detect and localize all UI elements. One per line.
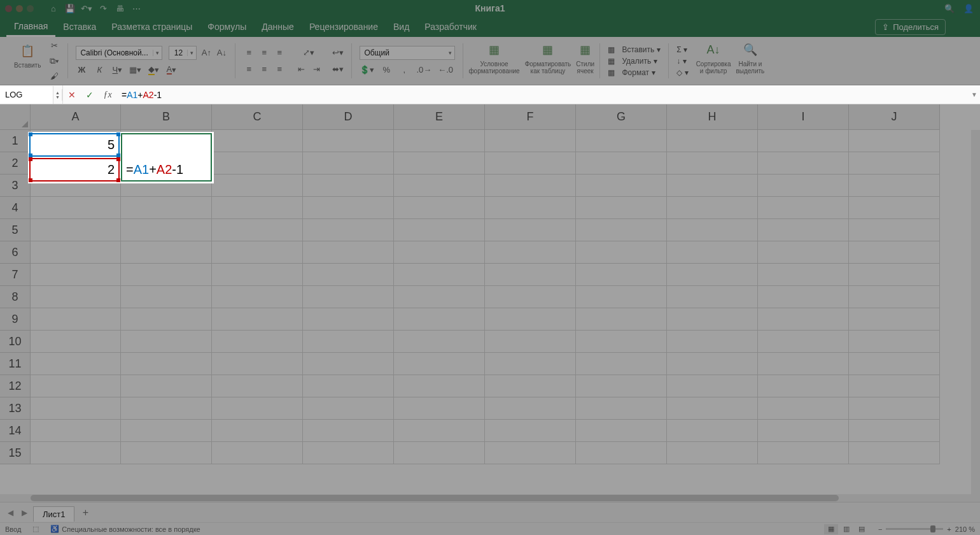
cell[interactable] bbox=[121, 397, 212, 420]
tab-formulas[interactable]: Формулы bbox=[200, 18, 254, 36]
format-as-table-button[interactable]: ▦ Форматироватькак таблицу bbox=[522, 39, 574, 80]
row-header-13[interactable]: 13 bbox=[0, 397, 31, 420]
align-center-button[interactable]: ≡ bbox=[258, 63, 270, 76]
tab-insert[interactable]: Вставка bbox=[55, 18, 104, 36]
align-left-button[interactable]: ≡ bbox=[243, 63, 255, 76]
cell[interactable] bbox=[576, 331, 667, 353]
cell-a2[interactable]: 2 bbox=[31, 159, 118, 180]
cell[interactable] bbox=[849, 442, 940, 464]
cell[interactable] bbox=[576, 420, 667, 442]
cell[interactable] bbox=[121, 197, 212, 219]
cell[interactable] bbox=[394, 375, 485, 397]
cell[interactable] bbox=[212, 442, 303, 464]
comma-button[interactable]: , bbox=[398, 64, 410, 76]
cell[interactable] bbox=[303, 331, 394, 353]
cell[interactable] bbox=[849, 308, 940, 331]
cell[interactable] bbox=[121, 241, 212, 264]
save-icon[interactable]: 💾 bbox=[66, 4, 74, 13]
cell[interactable] bbox=[303, 308, 394, 331]
cell[interactable] bbox=[576, 175, 667, 197]
cell[interactable] bbox=[303, 353, 394, 375]
cell[interactable] bbox=[667, 152, 758, 175]
cell[interactable] bbox=[758, 197, 849, 219]
cell[interactable] bbox=[31, 353, 121, 375]
cell[interactable] bbox=[849, 420, 940, 442]
confirm-button[interactable]: ✓ bbox=[81, 90, 99, 100]
fill-button[interactable]: ↓ ▾ bbox=[676, 57, 686, 66]
column-header-i[interactable]: I bbox=[758, 104, 849, 130]
cell[interactable] bbox=[667, 397, 758, 420]
share-button[interactable]: ⇪ Поделиться bbox=[875, 19, 946, 35]
cell[interactable] bbox=[849, 152, 940, 175]
cell[interactable] bbox=[212, 152, 303, 175]
cell[interactable] bbox=[667, 197, 758, 219]
tab-review[interactable]: Рецензирование bbox=[302, 18, 386, 36]
cell[interactable] bbox=[485, 420, 576, 442]
zoom-out-button[interactable]: − bbox=[878, 525, 882, 533]
cell[interactable] bbox=[121, 264, 212, 286]
cell[interactable] bbox=[394, 286, 485, 308]
name-box-spinner[interactable]: ▲▼ bbox=[53, 89, 62, 101]
paste-button[interactable]: 📋 Вставить bbox=[11, 41, 43, 82]
cell[interactable] bbox=[667, 130, 758, 152]
cell[interactable] bbox=[485, 241, 576, 264]
cell[interactable] bbox=[667, 308, 758, 331]
decrease-decimal-button[interactable]: ←.0 bbox=[438, 64, 453, 76]
close-window-button[interactable] bbox=[5, 5, 12, 12]
cell[interactable] bbox=[303, 152, 394, 175]
cell[interactable] bbox=[576, 353, 667, 375]
select-all-button[interactable] bbox=[0, 104, 31, 130]
cell[interactable] bbox=[667, 241, 758, 264]
cell[interactable] bbox=[394, 420, 485, 442]
cell[interactable] bbox=[849, 353, 940, 375]
cell[interactable] bbox=[849, 197, 940, 219]
tab-page-layout[interactable]: Разметка страницы bbox=[104, 18, 200, 36]
cell[interactable] bbox=[576, 264, 667, 286]
cell[interactable] bbox=[212, 331, 303, 353]
italic-button[interactable]: К bbox=[94, 64, 105, 76]
cell[interactable] bbox=[576, 219, 667, 241]
align-top-button[interactable]: ≡ bbox=[243, 46, 255, 59]
cell[interactable] bbox=[485, 397, 576, 420]
cell[interactable] bbox=[212, 353, 303, 375]
sheet-tab[interactable]: Лист1 bbox=[33, 506, 74, 522]
minimize-window-button[interactable] bbox=[16, 5, 23, 12]
cell[interactable] bbox=[394, 331, 485, 353]
cell[interactable] bbox=[212, 219, 303, 241]
row-header-7[interactable]: 7 bbox=[0, 264, 31, 286]
cell[interactable] bbox=[485, 264, 576, 286]
row-header-4[interactable]: 4 bbox=[0, 197, 31, 219]
cell[interactable] bbox=[31, 397, 121, 420]
cell[interactable] bbox=[485, 130, 576, 152]
expand-formula-bar-button[interactable]: ▼ bbox=[969, 91, 980, 98]
cell[interactable] bbox=[758, 175, 849, 197]
cell[interactable] bbox=[485, 152, 576, 175]
cell[interactable] bbox=[667, 375, 758, 397]
cell[interactable] bbox=[121, 286, 212, 308]
borders-button[interactable]: ▦▾ bbox=[129, 64, 141, 76]
cell[interactable] bbox=[758, 442, 849, 464]
row-header-11[interactable]: 11 bbox=[0, 353, 31, 375]
cell[interactable] bbox=[394, 219, 485, 241]
cell[interactable] bbox=[31, 375, 121, 397]
cell[interactable] bbox=[849, 130, 940, 152]
insert-cells-button[interactable]: ▦ Вставить ▾ bbox=[608, 45, 661, 54]
cell[interactable] bbox=[212, 130, 303, 152]
percent-button[interactable]: % bbox=[381, 64, 392, 76]
column-header-g[interactable]: G bbox=[576, 104, 667, 130]
cell[interactable] bbox=[31, 219, 121, 241]
column-header-e[interactable]: E bbox=[394, 104, 485, 130]
cell[interactable] bbox=[576, 442, 667, 464]
print-icon[interactable]: 🖶 bbox=[115, 4, 124, 13]
currency-button[interactable]: 💲▾ bbox=[360, 64, 374, 76]
cell[interactable] bbox=[576, 375, 667, 397]
cell[interactable] bbox=[576, 152, 667, 175]
cell[interactable] bbox=[667, 353, 758, 375]
underline-button[interactable]: Ч▾ bbox=[111, 64, 123, 76]
increase-indent-button[interactable]: ⇥ bbox=[311, 63, 322, 76]
cell[interactable] bbox=[212, 375, 303, 397]
cell[interactable] bbox=[394, 197, 485, 219]
cell[interactable] bbox=[849, 375, 940, 397]
cell[interactable] bbox=[485, 286, 576, 308]
row-header-15[interactable]: 15 bbox=[0, 442, 31, 464]
